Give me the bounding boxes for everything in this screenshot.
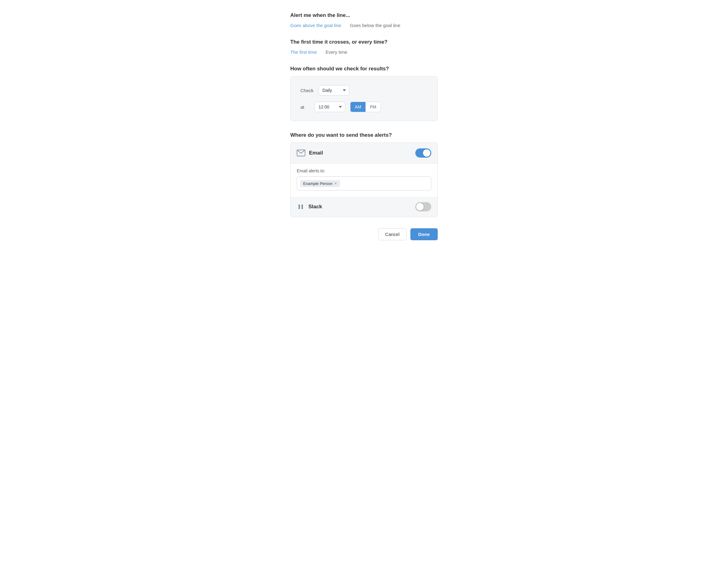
cancel-button[interactable]: Cancel (378, 228, 407, 240)
email-toggle-thumb (423, 149, 430, 157)
svg-point-1 (299, 205, 300, 206)
email-tag-text: Example Person (303, 181, 332, 186)
pm-button[interactable]: PM (366, 102, 381, 112)
frequency-title: The first time it crosses, or every time… (290, 39, 438, 45)
done-button[interactable]: Done (410, 228, 438, 240)
alert-section: Alert me when the line... Goes above the… (290, 12, 438, 28)
ampm-group: AM PM (350, 102, 381, 112)
send-section: Where do you want to send these alerts? … (290, 132, 438, 217)
svg-point-3 (302, 205, 303, 206)
slack-label: Slack (308, 204, 322, 210)
footer-buttons: Cancel Done (290, 228, 438, 240)
slack-toggle[interactable] (415, 202, 431, 211)
page-container: Alert me when the line... Goes above the… (290, 12, 438, 543)
option-first-time[interactable]: The first time (290, 49, 317, 55)
email-details: Email alerts to: Example Person × (291, 163, 437, 197)
email-icon (297, 150, 305, 156)
send-title: Where do you want to send these alerts? (290, 132, 438, 138)
email-tag: Example Person × (300, 180, 340, 187)
slack-toggle-thumb (416, 203, 424, 210)
email-row: Email (291, 143, 437, 163)
frequency-section: The first time it crosses, or every time… (290, 39, 438, 55)
slack-row: Slack (291, 197, 437, 217)
svg-rect-2 (299, 206, 300, 207)
check-section: How often should we check for results? C… (290, 66, 438, 121)
check-box: Check Daily Hourly Weekly at 12:00 1:00 … (290, 76, 438, 121)
slack-label-group: Slack (297, 203, 322, 211)
svg-point-5 (299, 208, 300, 209)
check-label: Check (300, 88, 314, 93)
svg-rect-8 (302, 207, 303, 208)
svg-point-7 (302, 208, 303, 209)
option-every-time[interactable]: Every time (326, 49, 347, 55)
check-title: How often should we check for results? (290, 66, 438, 72)
email-details-label: Email alerts to: (297, 168, 431, 173)
email-tag-input[interactable]: Example Person × (297, 176, 431, 190)
am-button[interactable]: AM (350, 102, 366, 112)
email-toggle[interactable] (415, 148, 431, 158)
slack-icon (297, 203, 305, 211)
at-label: at (300, 104, 310, 110)
time-select[interactable]: 12:00 1:00 2:00 3:00 6:00 9:00 (315, 102, 345, 112)
option-above[interactable]: Goes above the goal line (290, 23, 341, 28)
alert-options: Goes above the goal line Goes below the … (290, 23, 438, 28)
alert-title: Alert me when the line... (290, 12, 438, 18)
email-tag-remove[interactable]: × (334, 181, 337, 186)
frequency-select[interactable]: Daily Hourly Weekly (319, 85, 349, 96)
email-label: Email (309, 150, 323, 156)
at-row: at 12:00 1:00 2:00 3:00 6:00 9:00 AM PM (300, 102, 428, 112)
frequency-options: The first time Every time (290, 49, 438, 55)
alerts-box: Email Email alerts to: Example Person × (290, 143, 438, 217)
svg-rect-4 (302, 206, 303, 207)
email-label-group: Email (297, 150, 323, 156)
option-below[interactable]: Goes below the goal line (350, 23, 400, 28)
svg-rect-6 (299, 207, 300, 208)
check-row: Check Daily Hourly Weekly (300, 85, 428, 96)
